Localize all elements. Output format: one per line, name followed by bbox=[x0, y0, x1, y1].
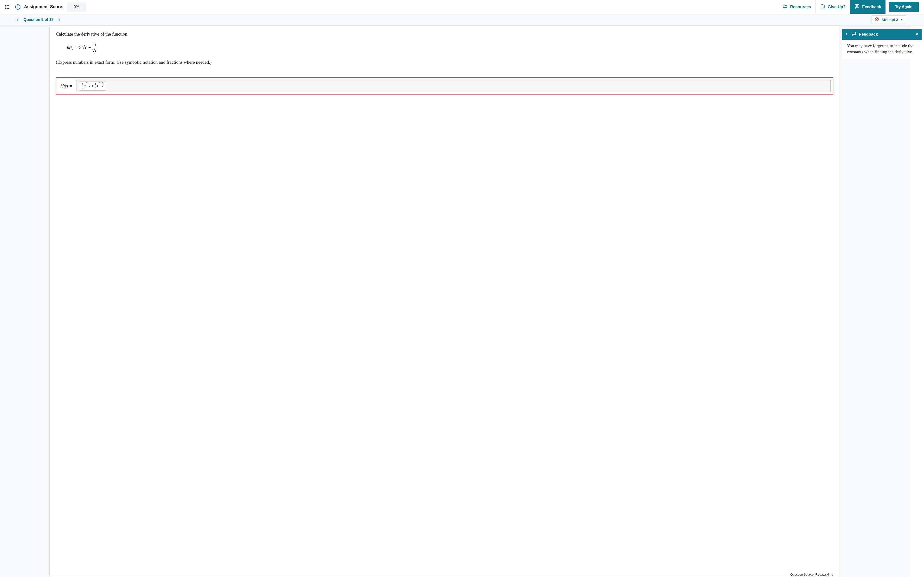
svg-rect-17 bbox=[852, 32, 856, 35]
divider bbox=[921, 0, 922, 14]
svg-point-4 bbox=[5, 8, 6, 9]
svg-point-2 bbox=[5, 6, 6, 7]
question-prompt: Calculate the derivative of the function… bbox=[56, 32, 833, 37]
question-nav-bar: Question 9 of 18 Attempt 2 ▼ bbox=[0, 14, 924, 26]
noentry-icon bbox=[875, 17, 879, 22]
feedback-label: Feedback bbox=[862, 5, 881, 10]
student-answer: 12 t −112 + 12 t −132 bbox=[79, 81, 106, 91]
question-counter: Question 9 of 18 bbox=[24, 18, 53, 22]
caret-down-icon: ▼ bbox=[900, 18, 903, 21]
resources-label: Resources bbox=[790, 5, 811, 10]
page-edge bbox=[909, 26, 924, 577]
svg-line-16 bbox=[876, 18, 878, 21]
giveup-icon bbox=[820, 3, 825, 10]
score-value: 0% bbox=[67, 2, 86, 11]
attempt-label: Attempt 2 bbox=[881, 18, 898, 22]
sqrt-icon: √t bbox=[82, 45, 87, 50]
prev-question-button[interactable] bbox=[13, 15, 22, 24]
answer-row: h′(t) = 12 t −112 + 12 t −132 bbox=[56, 77, 833, 95]
answer-label: h′(t) = bbox=[60, 84, 72, 89]
feedback-title: Feedback bbox=[859, 32, 912, 37]
next-question-button[interactable] bbox=[55, 15, 63, 24]
question-source: Question Source: Rogawski 4e bbox=[56, 571, 833, 577]
feedback-icon bbox=[855, 3, 860, 10]
resources-button[interactable]: Resources bbox=[778, 0, 816, 14]
question-instruction: (Express numbers in exact form. Use symb… bbox=[56, 60, 833, 65]
content-area: Calculate the derivative of the function… bbox=[0, 26, 924, 577]
feedback-body: You may have forgotten to include the co… bbox=[842, 40, 922, 60]
top-bar: Assignment Score: 0% Resources Give Up? … bbox=[0, 0, 924, 14]
feedback-header: Feedback ✕ bbox=[842, 29, 922, 40]
giveup-label: Give Up? bbox=[828, 5, 846, 10]
feedback-collapse-button[interactable] bbox=[845, 32, 848, 37]
answer-input[interactable]: 12 t −112 + 12 t −132 bbox=[76, 80, 830, 92]
menu-icon[interactable] bbox=[2, 2, 13, 12]
eq-lhs: h(t) = 7 bbox=[67, 45, 81, 50]
folder-icon bbox=[782, 3, 788, 10]
feedback-panel: Feedback ✕ You may have forgotten to inc… bbox=[842, 29, 922, 60]
eq-minus: − bbox=[88, 45, 91, 50]
svg-point-0 bbox=[5, 5, 6, 5]
question-card: Calculate the derivative of the function… bbox=[49, 26, 840, 577]
close-icon[interactable]: ✕ bbox=[915, 32, 919, 37]
score-label: Assignment Score: bbox=[24, 4, 63, 10]
svg-rect-12 bbox=[855, 5, 859, 8]
question-equation: h(t) = 7 √t − 6 √t bbox=[67, 42, 833, 53]
svg-point-8 bbox=[18, 5, 18, 6]
eq-fraction: 6 √t bbox=[92, 42, 97, 53]
info-icon[interactable] bbox=[13, 3, 22, 11]
feedback-icon bbox=[851, 31, 856, 37]
feedback-button[interactable]: Feedback bbox=[850, 0, 885, 14]
giveup-button[interactable]: Give Up? bbox=[816, 0, 850, 14]
try-again-button[interactable]: Try Again bbox=[889, 2, 919, 12]
attempt-dropdown[interactable]: Attempt 2 ▼ bbox=[872, 15, 906, 24]
